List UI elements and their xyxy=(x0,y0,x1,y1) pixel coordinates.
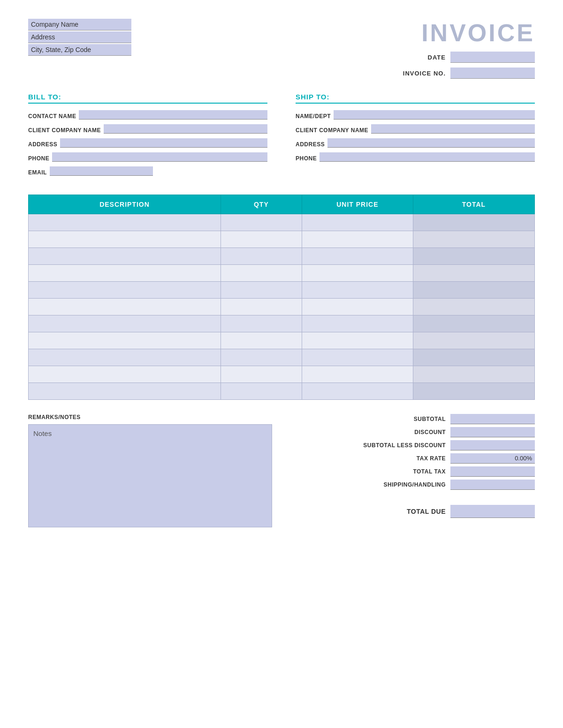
row-qty-cell[interactable] xyxy=(221,315,302,332)
row-price-cell[interactable] xyxy=(302,231,413,248)
row-qty-cell[interactable] xyxy=(221,383,302,400)
subtotal-less-field[interactable] xyxy=(450,440,535,450)
ship-company-field[interactable] xyxy=(371,124,535,134)
ship-to-col: SHIP TO: NAME/DEPT CLIENT COMPANY NAME A… xyxy=(296,93,535,180)
row-price-cell[interactable] xyxy=(302,366,413,383)
shipping-field[interactable] xyxy=(450,480,535,490)
discount-label: DISCOUNT xyxy=(352,429,446,435)
row-qty-cell[interactable] xyxy=(221,214,302,231)
ship-address-label: ADDRESS xyxy=(296,141,325,148)
company-city-field[interactable]: City, State, Zip Code xyxy=(28,44,131,56)
table-row[interactable] xyxy=(29,315,535,332)
shipping-row: SHIPPING/HANDLING xyxy=(291,480,535,490)
row-price-cell[interactable] xyxy=(302,282,413,299)
row-total-cell[interactable] xyxy=(413,383,535,400)
table-row[interactable] xyxy=(29,248,535,265)
footer-section: REMARKS/NOTES Notes SUBTOTAL DISCOUNT SU… xyxy=(28,414,535,527)
row-qty-cell[interactable] xyxy=(221,231,302,248)
row-qty-cell[interactable] xyxy=(221,349,302,366)
row-qty-cell[interactable] xyxy=(221,248,302,265)
bill-email-label: EMAIL xyxy=(28,169,47,176)
subtotal-less-label: SUBTOTAL LESS DISCOUNT xyxy=(352,442,446,449)
table-row[interactable] xyxy=(29,299,535,315)
bill-email-row: EMAIL xyxy=(28,166,267,176)
table-row[interactable] xyxy=(29,265,535,282)
row-total-cell[interactable] xyxy=(413,315,535,332)
row-total-cell[interactable] xyxy=(413,265,535,282)
row-total-cell[interactable] xyxy=(413,248,535,265)
row-price-cell[interactable] xyxy=(302,214,413,231)
ship-to-title: SHIP TO: xyxy=(296,93,535,104)
row-desc-cell[interactable] xyxy=(29,315,221,332)
row-price-cell[interactable] xyxy=(302,332,413,349)
invoice-no-label: INVOICE NO. xyxy=(394,70,446,77)
subtotal-field[interactable] xyxy=(450,414,535,424)
row-desc-cell[interactable] xyxy=(29,248,221,265)
bill-company-row: CLIENT COMPANY NAME xyxy=(28,124,267,134)
row-desc-cell[interactable] xyxy=(29,231,221,248)
row-desc-cell[interactable] xyxy=(29,282,221,299)
row-desc-cell[interactable] xyxy=(29,366,221,383)
table-row[interactable] xyxy=(29,282,535,299)
row-price-cell[interactable] xyxy=(302,299,413,315)
row-price-cell[interactable] xyxy=(302,315,413,332)
row-total-cell[interactable] xyxy=(413,349,535,366)
total-due-field[interactable] xyxy=(450,505,535,518)
row-desc-cell[interactable] xyxy=(29,299,221,315)
table-row[interactable] xyxy=(29,366,535,383)
row-price-cell[interactable] xyxy=(302,383,413,400)
total-tax-label: TOTAL TAX xyxy=(352,468,446,475)
row-qty-cell[interactable] xyxy=(221,299,302,315)
table-row[interactable] xyxy=(29,231,535,248)
date-label: DATE xyxy=(394,54,446,61)
row-total-cell[interactable] xyxy=(413,299,535,315)
row-desc-cell[interactable] xyxy=(29,332,221,349)
discount-field[interactable] xyxy=(450,427,535,437)
date-field[interactable] xyxy=(450,52,535,63)
ship-address-field[interactable] xyxy=(327,138,535,148)
row-price-cell[interactable] xyxy=(302,265,413,282)
tax-rate-field[interactable]: 0.00% xyxy=(450,453,535,464)
ship-name-field[interactable] xyxy=(334,110,535,120)
company-address-field[interactable]: Address xyxy=(28,31,131,43)
bill-address-field[interactable] xyxy=(60,138,267,148)
total-due-label: TOTAL DUE xyxy=(352,508,446,515)
row-desc-cell[interactable] xyxy=(29,349,221,366)
bill-contact-field[interactable] xyxy=(79,110,267,120)
col-total-header: TOTAL xyxy=(413,195,535,214)
ship-phone-row: PHONE xyxy=(296,152,535,162)
row-desc-cell[interactable] xyxy=(29,265,221,282)
row-qty-cell[interactable] xyxy=(221,366,302,383)
row-price-cell[interactable] xyxy=(302,349,413,366)
total-tax-field[interactable] xyxy=(450,466,535,477)
row-desc-cell[interactable] xyxy=(29,383,221,400)
row-total-cell[interactable] xyxy=(413,282,535,299)
row-total-cell[interactable] xyxy=(413,332,535,349)
invoice-meta: DATE INVOICE NO. xyxy=(394,52,535,79)
remarks-label: REMARKS/NOTES xyxy=(28,414,272,420)
company-info: Company Name Address City, State, Zip Co… xyxy=(28,19,131,56)
row-total-cell[interactable] xyxy=(413,231,535,248)
table-row[interactable] xyxy=(29,332,535,349)
row-desc-cell[interactable] xyxy=(29,214,221,231)
ship-name-label: NAME/DEPT xyxy=(296,113,331,120)
table-row[interactable] xyxy=(29,383,535,400)
invoice-no-field[interactable] xyxy=(450,68,535,79)
row-total-cell[interactable] xyxy=(413,366,535,383)
bill-contact-label: CONTACT NAME xyxy=(28,113,76,120)
col-qty-header: QTY xyxy=(221,195,302,214)
bill-company-field[interactable] xyxy=(104,124,267,134)
row-total-cell[interactable] xyxy=(413,214,535,231)
row-qty-cell[interactable] xyxy=(221,282,302,299)
company-name-field[interactable]: Company Name xyxy=(28,19,131,30)
row-price-cell[interactable] xyxy=(302,248,413,265)
bill-phone-field[interactable] xyxy=(52,152,267,162)
table-row[interactable] xyxy=(29,349,535,366)
row-qty-cell[interactable] xyxy=(221,265,302,282)
notes-box[interactable]: Notes xyxy=(28,424,272,527)
ship-company-row: CLIENT COMPANY NAME xyxy=(296,124,535,134)
row-qty-cell[interactable] xyxy=(221,332,302,349)
bill-email-field[interactable] xyxy=(50,166,153,176)
ship-phone-field[interactable] xyxy=(320,152,535,162)
table-row[interactable] xyxy=(29,214,535,231)
